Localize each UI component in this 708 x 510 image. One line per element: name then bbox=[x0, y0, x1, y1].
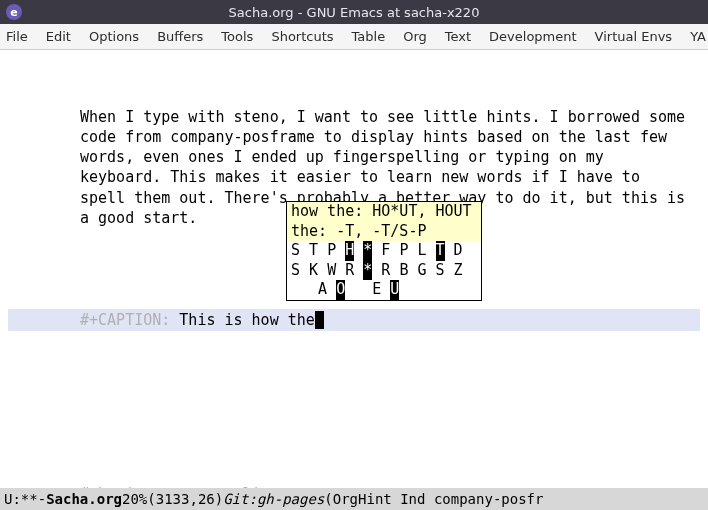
menu-ya[interactable]: YA bbox=[690, 29, 706, 44]
menu-options[interactable]: Options bbox=[89, 29, 139, 44]
hint-row-1: how the: HO*UT, HOUT bbox=[287, 202, 481, 222]
menu-tools[interactable]: Tools bbox=[221, 29, 253, 44]
titlebar: e Sacha.org - GNU Emacs at sacha-x220 bbox=[0, 0, 708, 24]
hint-row-2: the: -T, -T/S-P bbox=[287, 222, 481, 242]
modeline[interactable]: U:**- Sacha.org 20% (3133,26) Git:gh-pag… bbox=[0, 488, 708, 510]
window-title: Sacha.org - GNU Emacs at sacha-x220 bbox=[6, 5, 702, 20]
caption-keyword: #+CAPTION: bbox=[80, 310, 170, 330]
hint-grid-row-2: S K W R * R B G S Z bbox=[287, 261, 481, 281]
modeline-status: U:**- bbox=[4, 491, 46, 507]
menu-text[interactable]: Text bbox=[445, 29, 471, 44]
menu-development[interactable]: Development bbox=[489, 29, 577, 44]
caption-line[interactable]: #+CAPTION: This is how the bbox=[8, 309, 700, 331]
menubar: File Edit Options Buffers Tools Shortcut… bbox=[0, 24, 708, 50]
menu-edit[interactable]: Edit bbox=[46, 29, 71, 44]
modeline-modes: (OrgHint Ind company-posfr bbox=[324, 491, 543, 507]
steno-hint-popup: how the: HO*UT, HOUT the: -T, -T/S-P S T… bbox=[286, 201, 482, 301]
text-cursor bbox=[315, 311, 324, 329]
hint-grid-row-3: A O E U bbox=[287, 280, 481, 300]
modeline-buffer: Sacha.org bbox=[46, 491, 122, 507]
modeline-percent: 20% bbox=[122, 491, 147, 507]
menu-virtual-envs[interactable]: Virtual Envs bbox=[595, 29, 673, 44]
caption-text: This is how the bbox=[170, 310, 315, 330]
modeline-position: (3133,26) bbox=[147, 491, 223, 507]
modeline-vc: Git:gh-pages bbox=[223, 491, 324, 507]
menu-shortcuts[interactable]: Shortcuts bbox=[271, 29, 333, 44]
hint-grid-row-1: S T P H * F P L T D bbox=[287, 241, 481, 261]
menu-table[interactable]: Table bbox=[352, 29, 386, 44]
menu-file[interactable]: File bbox=[6, 29, 28, 44]
menu-org[interactable]: Org bbox=[403, 29, 427, 44]
menu-buffers[interactable]: Buffers bbox=[157, 29, 203, 44]
